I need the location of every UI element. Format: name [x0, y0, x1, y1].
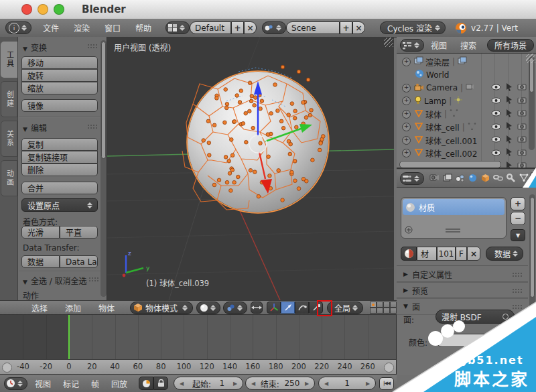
- tab-render-layers[interactable]: [441, 172, 454, 186]
- slot-specials-dropdown[interactable]: ▼: [511, 229, 525, 241]
- properties-panel-header[interactable]: ▶预览: [397, 281, 528, 299]
- expand-icon[interactable]: +: [402, 123, 411, 131]
- area-corner-grip[interactable]: [526, 54, 535, 63]
- shelf-vscrollbar[interactable]: [101, 42, 106, 159]
- outliner-hscrollbar[interactable]: [399, 161, 501, 168]
- expand-icon[interactable]: +: [402, 58, 411, 66]
- color-swatch-field[interactable]: [436, 334, 525, 347]
- rotate-manipulator-button[interactable]: [295, 302, 309, 314]
- render-toggle-icon[interactable]: [517, 135, 527, 145]
- material-users-count[interactable]: 101: [437, 247, 456, 261]
- editor-type-outliner-widget[interactable]: [400, 39, 424, 52]
- layer-cell[interactable]: [390, 308, 397, 314]
- layout-name-field[interactable]: Default: [190, 21, 231, 34]
- shelf-button[interactable]: 复制链接项: [21, 151, 98, 164]
- tab-constraints[interactable]: [492, 172, 505, 186]
- outliner-item-label[interactable]: 渲染层: [425, 56, 450, 68]
- minimize-window-button[interactable]: [38, 4, 48, 15]
- shelf-button[interactable]: 复制: [21, 138, 98, 151]
- slot-drag-grip[interactable]: [446, 228, 460, 230]
- shelf-button[interactable]: 光滑: [21, 226, 60, 239]
- layer-cell[interactable]: [383, 308, 390, 314]
- menu-item[interactable]: 添加: [65, 302, 81, 314]
- orientation-dropdown[interactable]: 全局: [327, 302, 363, 314]
- expand-icon[interactable]: +: [402, 136, 411, 145]
- outliner-row[interactable]: World: [397, 68, 536, 82]
- outliner-row[interactable]: +球体_cell.001: [397, 133, 536, 147]
- layer-cell[interactable]: [377, 308, 383, 314]
- tab-modifiers[interactable]: [505, 172, 517, 186]
- surface-shader-button[interactable]: 漫射 BSDF: [436, 310, 515, 324]
- outliner-scope-dropdown[interactable]: 所有场景: [487, 39, 534, 52]
- layer-cell[interactable]: [370, 308, 377, 314]
- panel-header[interactable]: ▼编辑: [23, 122, 47, 133]
- menu-item[interactable]: 窗口: [105, 22, 121, 34]
- menu-item[interactable]: 选择: [31, 302, 48, 314]
- menu-item[interactable]: 回放: [111, 378, 127, 389]
- data-link-dropdown[interactable]: 数据: [486, 247, 523, 261]
- cursor-icon[interactable]: [506, 109, 513, 119]
- panel-header[interactable]: ▼变换: [23, 42, 47, 53]
- cursor-icon[interactable]: [506, 135, 513, 145]
- menu-item[interactable]: 帧: [91, 378, 99, 389]
- expand-icon[interactable]: +: [402, 84, 411, 92]
- shelf-button[interactable]: 移动: [21, 56, 98, 69]
- cursor-icon[interactable]: [506, 96, 513, 106]
- add-slot-circle-icon[interactable]: [405, 226, 413, 234]
- shelf-button[interactable]: 镜像: [21, 99, 98, 112]
- expand-icon[interactable]: +: [402, 96, 411, 105]
- eye-icon[interactable]: [491, 135, 501, 145]
- shelf-button[interactable]: 缩放: [21, 82, 98, 94]
- shelf-button[interactable]: 旋转: [21, 69, 98, 82]
- fake-user-button[interactable]: F: [456, 247, 467, 261]
- eye-icon[interactable]: [491, 123, 501, 132]
- render-toggle-icon[interactable]: [517, 149, 527, 158]
- outliner-item-label[interactable]: Lamp: [424, 96, 446, 106]
- layer-cell[interactable]: [370, 302, 377, 308]
- layer-cell[interactable]: [377, 302, 383, 308]
- outliner-item-label[interactable]: 球体: [425, 109, 442, 120]
- render-toggle-icon[interactable]: [517, 83, 527, 92]
- mode-dropdown[interactable]: 物体模式: [130, 302, 193, 314]
- preview-range-button[interactable]: [139, 377, 153, 390]
- unlink-material-button[interactable]: ×: [467, 247, 480, 261]
- panel-header[interactable]: ▼全选 / 取消全选: [23, 275, 87, 286]
- shelf-button[interactable]: 数据: [21, 255, 60, 268]
- menu-item[interactable]: 渲染: [74, 22, 90, 34]
- outliner-row[interactable]: +渲染层|: [397, 55, 536, 68]
- outliner-item-label[interactable]: 球体_cell.002: [425, 147, 477, 159]
- maximize-window-button[interactable]: [54, 4, 64, 15]
- tab-object[interactable]: [479, 172, 492, 186]
- editor-type-timeline-widget[interactable]: [4, 377, 27, 390]
- menu-item[interactable]: 搜索: [460, 40, 476, 51]
- eye-icon[interactable]: [491, 109, 501, 119]
- cursor-icon[interactable]: [506, 122, 513, 132]
- current-frame-playhead[interactable]: [68, 315, 70, 359]
- shelf-button[interactable]: Data La: [60, 255, 98, 268]
- render-toggle-icon[interactable]: [517, 109, 527, 119]
- jump-to-start-button[interactable]: |◀◀: [379, 377, 394, 390]
- 3d-viewport[interactable]: z y: [107, 37, 394, 300]
- menu-item[interactable]: 物体: [98, 302, 115, 314]
- close-scene-button[interactable]: ×: [352, 21, 365, 34]
- scene-name-field[interactable]: Scene: [286, 21, 340, 34]
- manipulator-axes-button[interactable]: [267, 302, 281, 314]
- layer-cell[interactable]: [390, 302, 397, 308]
- outliner-row[interactable]: +球体_cell|: [397, 121, 536, 134]
- manipulate-center-points-button[interactable]: [251, 302, 263, 314]
- layer-cell[interactable]: [383, 302, 390, 308]
- scene-browse-widget[interactable]: [262, 21, 286, 34]
- shelf-button[interactable]: 平直: [60, 226, 98, 239]
- outliner-row[interactable]: +球体|: [397, 107, 536, 121]
- remove-material-slot-button[interactable]: −: [511, 212, 525, 225]
- outliner-item-label[interactable]: World: [426, 70, 449, 80]
- add-layout-button[interactable]: +: [231, 21, 244, 34]
- translate-manipulator-button[interactable]: [281, 302, 295, 314]
- menu-item[interactable]: 视图: [35, 378, 51, 389]
- render-toggle-icon[interactable]: [517, 123, 527, 132]
- render-engine-dropdown[interactable]: Cycles 渲染: [380, 21, 446, 34]
- render-toggle-icon[interactable]: [517, 96, 527, 106]
- eye-icon[interactable]: [491, 149, 501, 158]
- set-origin-dropdown[interactable]: 设置原点: [21, 198, 98, 212]
- outliner-item-label[interactable]: 球体_cell.001: [425, 135, 477, 146]
